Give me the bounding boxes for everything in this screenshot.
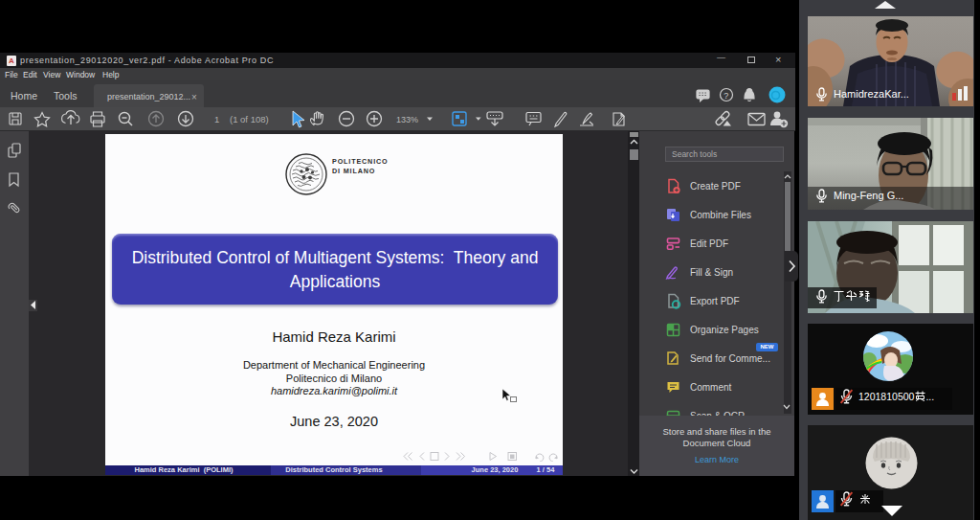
svg-text:?: ?: [724, 91, 728, 101]
svg-text:133%: 133%: [396, 115, 418, 124]
svg-text:1: 1: [214, 114, 219, 124]
svg-text:(1 of 108): (1 of 108): [230, 114, 269, 124]
